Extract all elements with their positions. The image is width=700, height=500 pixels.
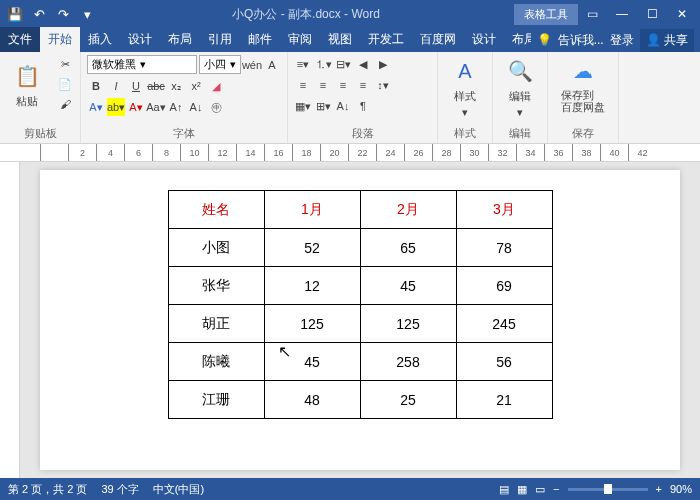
vertical-ruler[interactable] bbox=[0, 162, 20, 478]
view-web-icon[interactable]: ▭ bbox=[535, 483, 545, 496]
table-cell[interactable]: 25 bbox=[360, 381, 456, 419]
change-case-button[interactable]: Aa▾ bbox=[147, 98, 165, 116]
tab-baidu[interactable]: 百度网 bbox=[412, 27, 464, 52]
redo-icon[interactable]: ↷ bbox=[52, 3, 74, 25]
zoom-level[interactable]: 90% bbox=[670, 483, 692, 495]
copy-icon[interactable]: 📄 bbox=[56, 75, 74, 93]
enclose-char-button[interactable]: ㊥ bbox=[207, 98, 225, 116]
view-print-icon[interactable]: ▦ bbox=[517, 483, 527, 496]
tab-design[interactable]: 设计 bbox=[120, 27, 160, 52]
table-header-cell[interactable]: 1月 bbox=[264, 191, 360, 229]
grow-font-button[interactable]: A↑ bbox=[167, 98, 185, 116]
text-effects-button[interactable]: A▾ bbox=[87, 98, 105, 116]
tab-references[interactable]: 引用 bbox=[200, 27, 240, 52]
table-cell[interactable]: 21 bbox=[456, 381, 552, 419]
clear-format-icon[interactable]: ◢ bbox=[207, 77, 225, 95]
table-row[interactable]: 陈曦4525856 bbox=[168, 343, 552, 381]
table-row[interactable]: 小图526578 bbox=[168, 229, 552, 267]
table-header-cell[interactable]: 姓名 bbox=[168, 191, 264, 229]
table-cell[interactable]: 12 bbox=[264, 267, 360, 305]
sort-button[interactable]: A↓ bbox=[334, 97, 352, 115]
view-read-icon[interactable]: ▤ bbox=[499, 483, 509, 496]
italic-button[interactable]: I bbox=[107, 77, 125, 95]
table-cell[interactable]: 48 bbox=[264, 381, 360, 419]
numbering-button[interactable]: ⒈▾ bbox=[314, 55, 332, 73]
table-cell[interactable]: 56 bbox=[456, 343, 552, 381]
table-header-cell[interactable]: 2月 bbox=[360, 191, 456, 229]
font-color-button[interactable]: A▾ bbox=[127, 98, 145, 116]
maximize-icon[interactable]: ☐ bbox=[638, 3, 666, 25]
line-spacing-button[interactable]: ↕▾ bbox=[374, 76, 392, 94]
table-cell[interactable]: 张华 bbox=[168, 267, 264, 305]
table-cell[interactable]: 52 bbox=[264, 229, 360, 267]
strikethrough-button[interactable]: abc bbox=[147, 77, 165, 95]
superscript-button[interactable]: x² bbox=[187, 77, 205, 95]
zoom-thumb[interactable] bbox=[604, 484, 612, 494]
pinyin-guide-button[interactable]: wén bbox=[243, 56, 261, 74]
table-cell[interactable]: 胡正 bbox=[168, 305, 264, 343]
bullets-button[interactable]: ≡▾ bbox=[294, 55, 312, 73]
align-center-button[interactable]: ≡ bbox=[314, 76, 332, 94]
font-name-select[interactable]: 微软雅黑▾ bbox=[87, 55, 197, 74]
undo-icon[interactable]: ↶ bbox=[28, 3, 50, 25]
ribbon-options-icon[interactable]: ▭ bbox=[578, 3, 606, 25]
qat-more-icon[interactable]: ▾ bbox=[76, 3, 98, 25]
paste-button[interactable]: 📋 粘贴 bbox=[6, 55, 48, 113]
login-link[interactable]: 登录 bbox=[610, 32, 634, 49]
page[interactable]: 姓名1月2月3月小图526578张华124569胡正125125245陈曦452… bbox=[40, 170, 680, 470]
tab-review[interactable]: 审阅 bbox=[280, 27, 320, 52]
close-icon[interactable]: ✕ bbox=[668, 3, 696, 25]
table-header-cell[interactable]: 3月 bbox=[456, 191, 552, 229]
horizontal-ruler[interactable]: 24681012141618202224262830323436384042 bbox=[0, 144, 700, 162]
table-row[interactable]: 胡正125125245 bbox=[168, 305, 552, 343]
tab-file[interactable]: 文件 bbox=[0, 27, 40, 52]
align-right-button[interactable]: ≡ bbox=[334, 76, 352, 94]
justify-button[interactable]: ≡ bbox=[354, 76, 372, 94]
char-border-button[interactable]: A bbox=[263, 56, 281, 74]
save-to-baidu-button[interactable]: ☁ 保存到 百度网盘 bbox=[554, 55, 612, 113]
table-cell[interactable]: 45 bbox=[360, 267, 456, 305]
table-row[interactable]: 江珊482521 bbox=[168, 381, 552, 419]
zoom-in-button[interactable]: + bbox=[656, 483, 662, 495]
table-cell[interactable]: 245 bbox=[456, 305, 552, 343]
status-language[interactable]: 中文(中国) bbox=[153, 482, 204, 497]
tab-home[interactable]: 开始 bbox=[40, 27, 80, 52]
tab-table-design[interactable]: 设计 bbox=[464, 27, 504, 52]
tell-me[interactable]: 告诉我... bbox=[558, 32, 604, 49]
multilevel-button[interactable]: ⊟▾ bbox=[334, 55, 352, 73]
status-words[interactable]: 39 个字 bbox=[101, 482, 138, 497]
edit-button[interactable]: 🔍 编辑▾ bbox=[499, 55, 541, 119]
save-icon[interactable]: 💾 bbox=[4, 3, 26, 25]
table-cell[interactable]: 小图 bbox=[168, 229, 264, 267]
bold-button[interactable]: B bbox=[87, 77, 105, 95]
data-table[interactable]: 姓名1月2月3月小图526578张华124569胡正125125245陈曦452… bbox=[168, 190, 553, 419]
show-marks-button[interactable]: ¶ bbox=[354, 97, 372, 115]
tab-developer[interactable]: 开发工 bbox=[360, 27, 412, 52]
align-left-button[interactable]: ≡ bbox=[294, 76, 312, 94]
table-cell[interactable]: 258 bbox=[360, 343, 456, 381]
table-cell[interactable]: 125 bbox=[360, 305, 456, 343]
cut-icon[interactable]: ✂ bbox=[56, 55, 74, 73]
table-cell[interactable]: 陈曦 bbox=[168, 343, 264, 381]
zoom-slider[interactable] bbox=[568, 488, 648, 491]
styles-button[interactable]: A 样式▾ bbox=[444, 55, 486, 119]
table-cell[interactable]: 125 bbox=[264, 305, 360, 343]
zoom-out-button[interactable]: − bbox=[553, 483, 559, 495]
table-cell[interactable]: 江珊 bbox=[168, 381, 264, 419]
tab-mailings[interactable]: 邮件 bbox=[240, 27, 280, 52]
shrink-font-button[interactable]: A↓ bbox=[187, 98, 205, 116]
minimize-icon[interactable]: — bbox=[608, 3, 636, 25]
increase-indent-button[interactable]: ▶ bbox=[374, 55, 392, 73]
highlight-button[interactable]: ab▾ bbox=[107, 98, 125, 116]
table-cell[interactable]: 65 bbox=[360, 229, 456, 267]
tab-layout[interactable]: 布局 bbox=[160, 27, 200, 52]
table-cell[interactable]: 45 bbox=[264, 343, 360, 381]
shading-button[interactable]: ▦▾ bbox=[294, 97, 312, 115]
format-painter-icon[interactable]: 🖌 bbox=[56, 95, 74, 113]
tab-view[interactable]: 视图 bbox=[320, 27, 360, 52]
font-size-select[interactable]: 小四▾ bbox=[199, 55, 241, 74]
underline-button[interactable]: U bbox=[127, 77, 145, 95]
tab-insert[interactable]: 插入 bbox=[80, 27, 120, 52]
share-button[interactable]: 👤 共享 bbox=[640, 29, 694, 52]
borders-button[interactable]: ⊞▾ bbox=[314, 97, 332, 115]
